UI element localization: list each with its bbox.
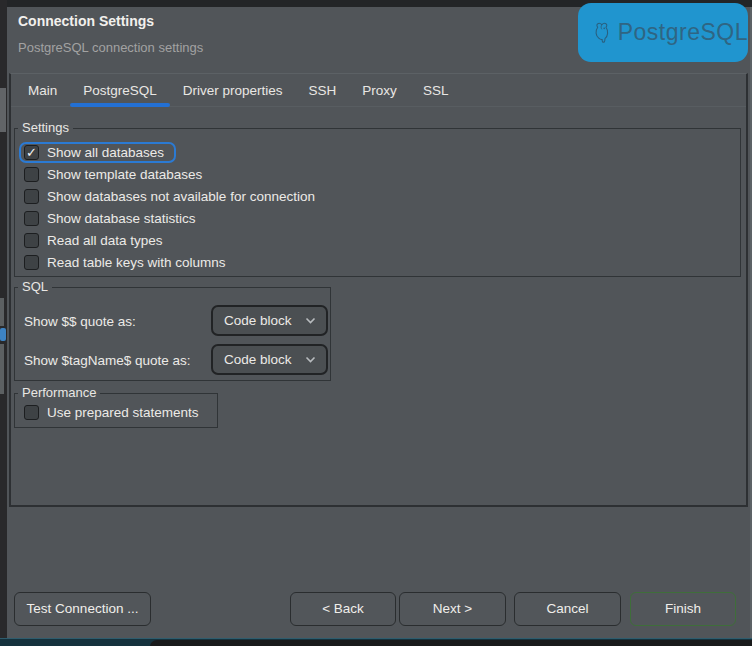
- checkbox-row: Read all data types: [24, 229, 740, 251]
- tab-ssh[interactable]: SSH: [296, 74, 350, 106]
- tagname-quote-dropdown[interactable]: Code block: [211, 344, 328, 375]
- connection-settings-dialog: Connection Settings PostgreSQL connectio…: [7, 7, 752, 638]
- elephant-icon: [592, 11, 612, 55]
- performance-group-title: Performance: [18, 385, 100, 400]
- test-connection-button[interactable]: Test Connection ...: [14, 592, 151, 626]
- sql-group-title: SQL: [18, 279, 52, 294]
- checkbox-read-all-data-types[interactable]: [24, 233, 39, 248]
- checkbox-label[interactable]: Read table keys with columns: [47, 255, 226, 270]
- background-left-edge: [0, 0, 7, 646]
- background-window-corner: [150, 640, 752, 646]
- tab-driver-properties[interactable]: Driver properties: [170, 74, 296, 106]
- finish-button[interactable]: Finish: [630, 592, 736, 626]
- dropdown-value: Code block: [224, 313, 292, 328]
- checkbox-show-database-statistics[interactable]: [24, 211, 39, 226]
- checkbox-row: Read table keys with columns: [24, 251, 740, 273]
- background-decoration: [0, 344, 4, 394]
- dollar-quote-label: Show $$ quote as:: [24, 314, 136, 329]
- tab-folder: Main PostgreSQL Driver properties SSH Pr…: [9, 73, 748, 507]
- tab-main[interactable]: Main: [15, 74, 70, 106]
- page-subtitle: PostgreSQL connection settings: [18, 40, 203, 55]
- checkbox-label[interactable]: Show databases not available for connect…: [47, 189, 315, 204]
- tab-postgresql[interactable]: PostgreSQL: [70, 74, 170, 106]
- background-bottom-edge: [0, 638, 752, 646]
- tagname-quote-label: Show $tagName$ quote as:: [24, 353, 191, 368]
- background-decoration: [0, 328, 6, 341]
- next-button[interactable]: Next >: [399, 592, 506, 626]
- checkbox-row: Use prepared statements: [24, 401, 217, 423]
- checkbox-label[interactable]: Show template databases: [47, 167, 202, 182]
- screen: Connection Settings PostgreSQL connectio…: [0, 0, 752, 646]
- checkbox-label[interactable]: Show all databases: [47, 145, 164, 160]
- dropdown-value: Code block: [224, 352, 292, 367]
- chevron-down-icon: [305, 317, 316, 324]
- checkbox-row: Show all databases: [24, 141, 740, 163]
- tab-proxy[interactable]: Proxy: [349, 74, 410, 106]
- checkbox-row: Show template databases: [24, 163, 740, 185]
- checkbox-label[interactable]: Show database statistics: [47, 211, 196, 226]
- background-decoration: [0, 298, 4, 326]
- checkbox-row: Show databases not available for connect…: [24, 185, 740, 207]
- checkbox-row: Show database statistics: [24, 207, 740, 229]
- checkbox-use-prepared-statements[interactable]: [24, 405, 39, 420]
- performance-group: Performance Use prepared statements: [14, 393, 218, 428]
- postgresql-logo-text: PostgreSQL: [618, 19, 748, 46]
- dollar-quote-dropdown[interactable]: Code block: [211, 305, 328, 336]
- settings-group-title: Settings: [18, 120, 73, 135]
- chevron-down-icon: [305, 356, 316, 363]
- checkbox-label[interactable]: Read all data types: [47, 233, 163, 248]
- tab-bar: Main PostgreSQL Driver properties SSH Pr…: [11, 74, 746, 107]
- settings-group: Settings Show all databases Show templat…: [14, 128, 741, 277]
- back-button[interactable]: < Back: [290, 592, 396, 626]
- checkbox-show-template-databases[interactable]: [24, 167, 39, 182]
- tab-ssl[interactable]: SSL: [410, 74, 462, 106]
- page-title: Connection Settings: [18, 13, 154, 29]
- checkbox-label[interactable]: Use prepared statements: [47, 405, 199, 420]
- tab-content: Settings Show all databases Show templat…: [11, 107, 746, 505]
- postgresql-logo: PostgreSQL: [578, 3, 748, 62]
- checkbox-read-table-keys[interactable]: [24, 255, 39, 270]
- cancel-button[interactable]: Cancel: [514, 592, 621, 626]
- sql-group: SQL Show $$ quote as: Code block Show $t…: [14, 287, 331, 381]
- checkbox-show-databases-not-available[interactable]: [24, 189, 39, 204]
- checkbox-show-all-databases[interactable]: [24, 145, 39, 160]
- background-decoration: [0, 88, 6, 132]
- focus-ring: Show all databases: [19, 142, 176, 163]
